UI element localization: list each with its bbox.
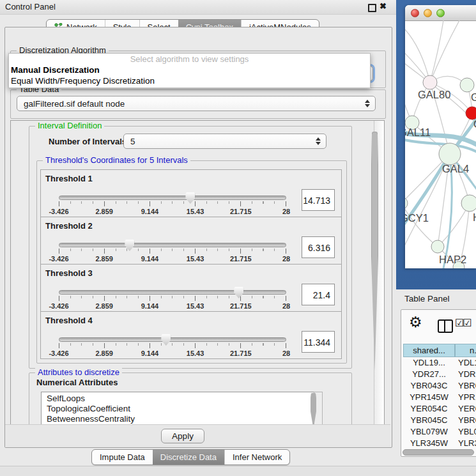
slider-track[interactable] [59,337,286,342]
apply-bar: Apply [5,424,390,447]
popup-option-equal-width-frequency[interactable]: Equal Width/Frequency Discretization [9,75,370,86]
threshold-slider[interactable]: -3.426 2.859 9.144 15.43 21.715 28 [59,289,286,311]
tick-label: -3.426 [49,208,68,215]
node-label: GAL80 [418,89,450,100]
select-columns-checkboxes-icon[interactable]: ☑☑ [455,317,471,329]
tick-label: 9.144 [141,255,159,263]
list-item[interactable]: TopologicalCoefficient [47,404,322,414]
minimize-traffic-light-icon[interactable] [424,9,432,17]
slider-major-ticks [59,296,286,301]
list-item[interactable]: BetweennessCentrality [47,414,322,424]
table-row[interactable]: YDR27...YDR2... [403,369,476,380]
combo-stepper-icon[interactable] [365,99,371,108]
table-row[interactable]: YBR045CYBR0... [403,415,476,426]
popup-hint: Select algorithm to view settings [9,54,370,65]
tick-label: 28 [282,255,290,263]
popup-option-manual-discretization[interactable]: Manual Discretization [9,65,370,75]
tick-label: 28 [282,349,290,357]
numerical-attributes-list[interactable]: SelfLoops TopologicalCoefficient Between… [41,392,323,426]
node-hap2[interactable] [431,240,444,253]
tab-infer-network[interactable]: Infer Network [224,450,289,464]
threshold-label: Threshold 4 [45,316,93,325]
slider-track[interactable] [59,290,286,295]
table-panel-title: Table Panel [404,294,450,303]
tick-label: 21.715 [230,255,252,263]
gear-icon[interactable]: ⚙ [409,314,422,331]
table-horizontal-scrollbar[interactable] [403,449,474,456]
threshold-panel: Threshold 4 -3.426 2.859 9.144 15.43 21.… [40,311,342,359]
threshold-slider[interactable]: -3.426 2.859 9.144 15.43 21.715 28 [59,194,286,216]
node-partial-top-right[interactable] [460,78,474,92]
tick-label: 21.715 [230,349,252,357]
slider-track[interactable] [59,243,286,247]
tick-label: 9.144 [141,349,159,357]
tick-label: 2.859 [95,302,113,310]
node-label: HAP2 [439,254,466,265]
tick-label: 2.859 [95,349,113,357]
threshold-slider[interactable]: -3.426 2.859 9.144 15.43 21.715 28 [59,242,286,263]
threshold-value-field[interactable]: 6.316 [302,236,335,258]
combo-stepper-icon[interactable] [316,137,321,146]
tick-label: 28 [282,302,290,310]
attributes-list-scrollbar[interactable] [314,392,323,426]
column-header-shared[interactable]: shared... [403,344,455,357]
tick-label: 15.43 [187,208,204,215]
table-row[interactable]: YDL19...YDL1... [403,357,476,369]
group-title: Attributes to discretize [35,367,122,377]
node-label: GAL11 [405,127,431,138]
tick-label: 9.144 [141,208,159,215]
node-gal80[interactable] [423,75,437,89]
scrollbar-thumb[interactable] [371,132,378,371]
threshold-panel: Threshold 2 -3.426 2.859 9.144 15.43 21.… [40,217,342,265]
list-item[interactable]: SelfLoops [47,394,322,404]
threshold-value-field[interactable]: 21.4 [302,284,335,305]
table-row[interactable]: YPR145WYPR1... [403,392,476,403]
network-canvas[interactable]: GAL80 G C GAL11 GAL4 GCY1 H HAP2 [405,20,476,268]
float-window-icon[interactable] [368,4,376,12]
group-title: Threshold's Coordinates for 5 Intervals [43,155,190,165]
slider-tick-labels: -3.426 2.859 9.144 15.43 21.715 28 [59,349,286,357]
tick-label: -3.426 [49,255,68,263]
threshold-panel: Threshold 1 -3.426 2.859 9.144 15.43 21.… [40,169,342,217]
table-data-combobox[interactable]: galFiltered.sif default node [17,96,376,111]
node-h-partial[interactable] [461,195,476,211]
split-columns-icon[interactable] [438,319,453,333]
close-traffic-light-icon[interactable] [411,9,419,17]
slider-major-ticks [59,201,286,206]
network-view-window: GAL80 G C GAL11 GAL4 GCY1 H HAP2 [405,5,476,268]
node-gal4[interactable] [439,143,461,165]
zoom-traffic-light-icon[interactable] [436,9,445,17]
threshold-value-field[interactable]: 14.713 [302,189,335,211]
threshold-value-field[interactable]: 11.344 [302,331,335,353]
table-panel: ⚙ ☑☑ shared... n... YDL19...YDL1... YDR2… [401,309,476,457]
node-label: H [473,211,476,223]
tick-label: 21.715 [230,208,252,215]
table-row[interactable]: YER054CYER0... [403,403,476,415]
table-row[interactable]: YBL079WYBL0... [403,426,476,438]
tick-label: 15.43 [187,302,204,310]
threshold-label: Threshold 2 [45,221,93,231]
apply-button[interactable]: Apply [161,429,204,443]
algorithm-settings-scrollpane: Interval Definition Number of Intervals … [10,120,385,426]
tick-label: 21.715 [230,302,252,310]
tab-discretize-data[interactable]: Discretize Data [153,450,224,464]
algorithm-dropdown-popup: Select algorithm to view settings Manual… [8,53,371,88]
tick-label: 2.859 [95,255,113,263]
tab-impute-data[interactable]: Impute Data [92,450,153,464]
node-label: C [473,118,476,130]
application-window: Control Panel ✖ Network Style Select Cyn… [0,0,476,476]
close-icon[interactable]: ✖ [380,1,387,11]
slider-track[interactable] [59,196,286,200]
network-window-titlebar[interactable] [405,5,476,21]
column-header-name[interactable]: n... [455,344,476,357]
num-intervals-combobox[interactable]: 5 [123,134,326,149]
node-selected-red[interactable] [466,107,476,119]
slider-tick-labels: -3.426 2.859 9.144 15.43 21.715 28 [59,302,286,310]
tick-label: -3.426 [49,302,68,310]
table-row[interactable]: YLR345WYLR3... [403,438,476,449]
settings-vertical-scrollbar[interactable] [374,121,384,425]
table-rows: YDL19...YDL1... YDR27...YDR2... YBR043CY… [403,357,476,449]
table-row[interactable]: YBR043CYBR0... [403,380,476,392]
node-gcy1[interactable] [405,197,408,210]
threshold-slider[interactable]: -3.426 2.859 9.144 15.43 21.715 28 [59,336,286,358]
